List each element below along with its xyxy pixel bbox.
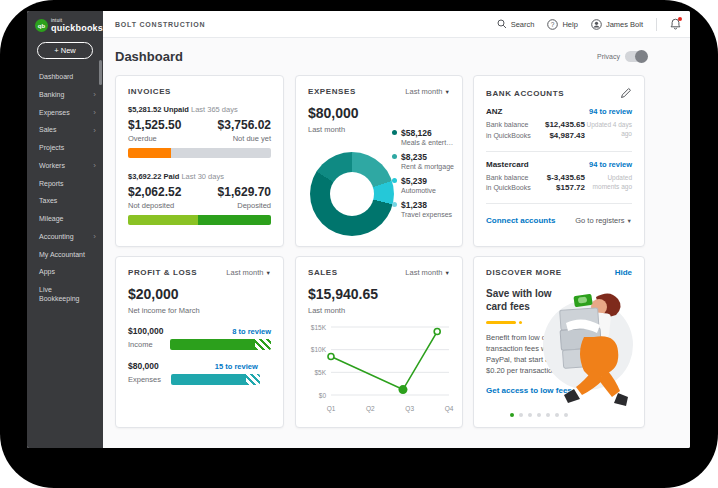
quickbooks-app: qb intuit quickbooks + New DashboardBank… bbox=[27, 11, 690, 448]
balance-values: $12,435.65$4,987.43 bbox=[531, 120, 585, 142]
to-review-link[interactable]: 94 to review bbox=[589, 160, 632, 169]
notifications-button[interactable] bbox=[670, 18, 681, 30]
sales-total: $15,940.65 bbox=[308, 286, 450, 302]
invoices-card[interactable]: INVOICES $5,281.52 Unpaid Last 365 days … bbox=[115, 75, 284, 247]
pnl-label: Income bbox=[128, 340, 170, 349]
chevron-right-icon: › bbox=[93, 127, 96, 135]
data-point[interactable] bbox=[398, 385, 407, 394]
sales-period: Last month bbox=[308, 306, 450, 315]
pnl-amount: $80,000 bbox=[128, 361, 159, 371]
carousel-dot[interactable] bbox=[564, 413, 568, 417]
topbar-actions: Search ? Help James Bolt bbox=[497, 18, 681, 31]
expenses-donut-chart[interactable] bbox=[310, 152, 394, 236]
svg-text:$15K: $15K bbox=[311, 324, 327, 331]
user-avatar-icon bbox=[591, 19, 602, 30]
account-name: Mastercard bbox=[486, 160, 529, 169]
svg-text:Q4: Q4 bbox=[445, 405, 454, 413]
expenses-filter-dropdown[interactable]: Last month ▼ bbox=[405, 87, 450, 96]
connect-accounts-link[interactable]: Connect accounts bbox=[486, 216, 555, 225]
sidebar-item-apps[interactable]: Apps bbox=[27, 264, 103, 282]
balance-values: $-3,435.65$157.72 bbox=[531, 173, 585, 195]
sidebar-item-projects[interactable]: Projects bbox=[27, 140, 103, 158]
carousel-dot[interactable] bbox=[555, 413, 559, 417]
legend-dot bbox=[392, 154, 397, 159]
sales-title: SALES bbox=[308, 268, 338, 277]
sidebar-item-reports[interactable]: Reports bbox=[27, 175, 103, 193]
quickbooks-brand: qb intuit quickbooks bbox=[27, 11, 103, 33]
notdeposited-amount: $2,062.52 bbox=[128, 185, 181, 199]
account-name: ANZ bbox=[486, 107, 502, 116]
discover-more-card[interactable]: DISCOVER MORE Hide Save with low card fe… bbox=[473, 256, 645, 428]
expenses-card[interactable]: EXPENSES Last month ▼ $80,000 Last month… bbox=[295, 75, 463, 247]
chevron-right-icon: › bbox=[93, 91, 96, 99]
bar-segment bbox=[128, 215, 198, 225]
edit-pencil-icon[interactable] bbox=[620, 87, 632, 99]
sidebar-item-expenses[interactable]: Expenses› bbox=[27, 104, 103, 122]
donut-hole bbox=[330, 172, 374, 216]
legend-dot bbox=[392, 130, 397, 135]
updated-status: Updated moments ago bbox=[585, 173, 632, 195]
legend-item: $8,235Rent & mortgage bbox=[392, 152, 458, 170]
sidebar-item-dashboard[interactable]: Dashboard bbox=[27, 69, 103, 87]
deposited-label: Deposited bbox=[237, 201, 271, 210]
legend-dot bbox=[392, 202, 397, 207]
sales-filter-dropdown[interactable]: Last month ▼ bbox=[405, 268, 450, 277]
search-button[interactable]: Search bbox=[497, 19, 535, 29]
to-review-link[interactable]: 94 to review bbox=[589, 107, 632, 116]
sidebar-item-mileage[interactable]: Mileage bbox=[27, 211, 103, 229]
title-row: Dashboard Privacy bbox=[103, 38, 690, 74]
paid-progress-bar[interactable] bbox=[128, 215, 271, 225]
hide-link[interactable]: Hide bbox=[615, 268, 632, 277]
carousel-dot[interactable] bbox=[510, 413, 514, 417]
pnl-row-income: $100,0008 to reviewIncome bbox=[128, 326, 271, 350]
pnl-label: Expenses bbox=[128, 375, 171, 384]
carousel-dot[interactable] bbox=[546, 413, 550, 417]
sidebar-item-workers[interactable]: Workers› bbox=[27, 157, 103, 175]
invoices-title: INVOICES bbox=[128, 87, 171, 96]
legend-dot bbox=[392, 178, 397, 183]
sidebar-item-my-accountant[interactable]: My Accountant bbox=[27, 246, 103, 264]
help-button[interactable]: ? Help bbox=[547, 19, 577, 30]
deposited-amount: $1,629.70 bbox=[218, 185, 271, 199]
divider bbox=[486, 151, 632, 152]
overdue-amount: $1,525.50 bbox=[128, 118, 181, 132]
to-review-link[interactable]: 15 to review bbox=[215, 362, 258, 371]
sales-card[interactable]: SALES Last month ▼ $15,940.65 Last month… bbox=[295, 256, 463, 428]
carousel-dots bbox=[474, 413, 604, 417]
main-content: Dashboard Privacy INVOICES $5,281.52 Unp… bbox=[103, 38, 690, 448]
profit-loss-card[interactable]: PROFIT & LOSS Last month ▼ $20,000 Net i… bbox=[115, 256, 284, 428]
bank-account-mastercard: Mastercard94 to reviewBank balancein Qui… bbox=[486, 160, 632, 205]
carousel-dot[interactable] bbox=[537, 413, 541, 417]
sidebar-item-taxes[interactable]: Taxes bbox=[27, 193, 103, 211]
sidebar-item-accounting[interactable]: Accounting› bbox=[27, 228, 103, 246]
sidebar-item-live-bookkeeping[interactable]: Live Bookkeeping bbox=[27, 282, 103, 309]
sidebar-item-banking[interactable]: Banking› bbox=[27, 86, 103, 104]
pnl-bar[interactable] bbox=[171, 374, 260, 385]
carousel-dot[interactable] bbox=[519, 413, 523, 417]
carousel-dot[interactable] bbox=[528, 413, 532, 417]
notification-dot bbox=[678, 17, 682, 21]
sidebar-item-sales[interactable]: Sales› bbox=[27, 122, 103, 140]
chevron-down-icon: ▼ bbox=[445, 270, 450, 276]
new-button[interactable]: + New bbox=[37, 42, 93, 59]
sidebar-scrollbar[interactable] bbox=[99, 60, 102, 85]
svg-text:Q3: Q3 bbox=[405, 405, 414, 413]
quickbooks-label: quickbooks bbox=[51, 24, 103, 33]
to-review-link[interactable]: 8 to review bbox=[232, 327, 271, 336]
sales-line-chart: $0$5K$10K$15KQ1Q2Q3Q4 bbox=[303, 319, 455, 421]
expenses-total: $80,000 bbox=[308, 105, 450, 121]
privacy-toggle[interactable] bbox=[625, 51, 647, 62]
bank-accounts-card[interactable]: BANK ACCOUNTS ANZ94 to reviewBank balanc… bbox=[473, 75, 645, 247]
bank-accounts-list: ANZ94 to reviewBank balancein QuickBooks… bbox=[486, 107, 632, 204]
data-point[interactable] bbox=[328, 353, 334, 359]
user-menu[interactable]: James Bolt bbox=[591, 19, 643, 30]
pnl-bar[interactable] bbox=[170, 339, 271, 350]
data-point[interactable] bbox=[434, 329, 440, 335]
chevron-right-icon: › bbox=[93, 109, 96, 117]
chevron-down-icon: ▼ bbox=[627, 218, 632, 224]
go-to-registers-dropdown[interactable]: Go to registers ▼ bbox=[575, 216, 632, 225]
pnl-filter-dropdown[interactable]: Last month ▼ bbox=[226, 268, 271, 277]
balance-labels: Bank balancein QuickBooks bbox=[486, 120, 531, 142]
unpaid-progress-bar[interactable] bbox=[128, 148, 271, 158]
search-label: Search bbox=[511, 20, 535, 29]
